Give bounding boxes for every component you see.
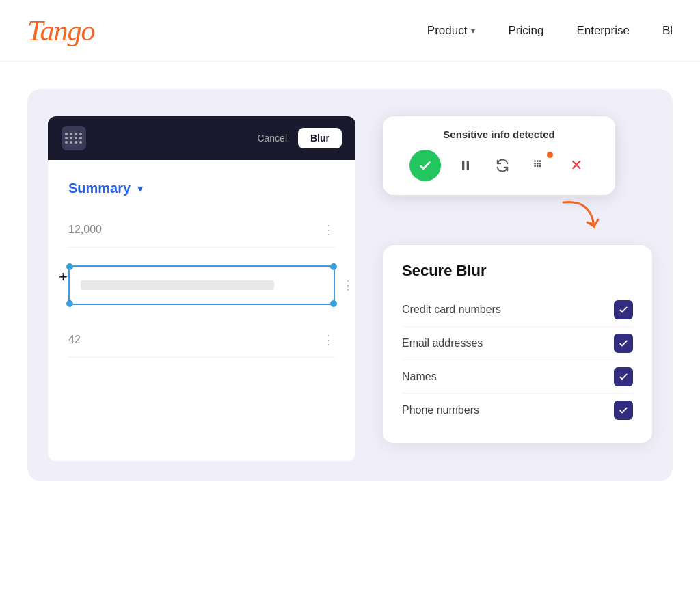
- curved-arrow-icon: [556, 192, 611, 247]
- nav-blog-label: Bl: [662, 24, 673, 38]
- blur-label-email: Email addresses: [402, 337, 483, 349]
- check-icon: [618, 304, 629, 315]
- checkbox-credit-card[interactable]: [614, 300, 633, 319]
- dot: [70, 141, 72, 144]
- main-content: Cancel Blur Summary ▾ 12,000 ⋮ +: [0, 62, 700, 502]
- grid-dots-icon: [532, 158, 547, 173]
- sensitive-actions: ✕: [399, 150, 599, 181]
- toolbar-actions: Cancel Blur: [257, 128, 342, 148]
- blur-item-email: Email addresses: [402, 327, 633, 360]
- svg-point-4: [539, 160, 541, 162]
- dot: [65, 133, 68, 135]
- blur-item-names: Names: [402, 360, 633, 394]
- row-value-1: 12,000: [68, 224, 102, 236]
- nav-item-enterprise[interactable]: Enterprise: [576, 24, 629, 38]
- nav-item-blog[interactable]: Bl: [662, 24, 673, 38]
- nav-item-product[interactable]: Product ▾: [427, 24, 476, 38]
- checkbox-phone[interactable]: [614, 401, 633, 420]
- svg-rect-1: [467, 161, 469, 170]
- dot: [70, 137, 72, 139]
- nav-pricing-label: Pricing: [508, 24, 543, 38]
- sensitive-info-popup: Sensitive info detected: [383, 116, 615, 195]
- left-panel: Cancel Blur Summary ▾ 12,000 ⋮ +: [48, 116, 355, 461]
- summary-header: Summary ▾: [68, 181, 335, 196]
- sensitive-info-title: Sensitive info detected: [399, 129, 599, 140]
- dot: [79, 137, 82, 139]
- summary-title: Summary: [68, 181, 131, 196]
- pause-button[interactable]: [453, 153, 478, 178]
- dots-menu-button[interactable]: [527, 153, 552, 178]
- checkbox-names[interactable]: [614, 367, 633, 386]
- handle-bottom-right[interactable]: [330, 300, 337, 307]
- right-panel: Sensitive info detected: [383, 116, 652, 443]
- dot: [70, 133, 72, 135]
- refresh-button[interactable]: [490, 153, 515, 178]
- svg-point-7: [539, 163, 541, 165]
- arrow-container: [383, 192, 652, 247]
- pause-icon: [459, 159, 472, 172]
- toolbar-bar: Cancel Blur: [48, 116, 355, 160]
- tango-icon: [62, 126, 86, 150]
- refresh-icon: [495, 158, 510, 173]
- dot: [75, 141, 77, 144]
- dot: [65, 141, 68, 144]
- dot: [79, 133, 82, 135]
- site-header: Tango Product ▾ Pricing Enterprise Bl: [0, 0, 700, 62]
- check-icon: [618, 338, 629, 349]
- blur-label-credit-card: Credit card numbers: [402, 304, 501, 316]
- crosshair-icon: +: [59, 268, 68, 286]
- handle-top-right[interactable]: [330, 263, 337, 270]
- dot: [75, 133, 77, 135]
- row-menu-icon-2[interactable]: ⋮: [323, 332, 335, 347]
- blur-label-names: Names: [402, 371, 437, 383]
- svg-point-2: [534, 160, 536, 162]
- nav-item-pricing[interactable]: Pricing: [508, 24, 543, 38]
- secure-blur-card: Secure Blur Credit card numbers Email ad…: [383, 245, 652, 443]
- confirm-button[interactable]: [409, 150, 441, 181]
- demo-container: Cancel Blur Summary ▾ 12,000 ⋮ +: [27, 89, 673, 481]
- nav-enterprise-label: Enterprise: [576, 24, 629, 38]
- svg-point-9: [537, 165, 539, 168]
- close-button[interactable]: ✕: [564, 153, 589, 178]
- svg-point-10: [539, 165, 541, 168]
- app-content: Summary ▾ 12,000 ⋮ + ⋮: [48, 160, 355, 461]
- svg-point-6: [537, 163, 539, 165]
- row-value-2: 42: [68, 334, 81, 346]
- svg-point-8: [534, 165, 536, 168]
- selection-row-menu-icon[interactable]: ⋮: [342, 278, 354, 293]
- check-icon: [618, 405, 629, 416]
- blurred-content: [81, 280, 274, 290]
- main-nav: Product ▾ Pricing Enterprise Bl: [427, 24, 673, 38]
- table-row: 42 ⋮: [68, 323, 335, 358]
- handle-top-left[interactable]: [66, 263, 73, 270]
- handle-bottom-left[interactable]: [66, 300, 73, 307]
- secure-blur-title: Secure Blur: [402, 262, 633, 280]
- svg-point-3: [537, 160, 539, 162]
- blur-button[interactable]: Blur: [298, 128, 342, 148]
- check-icon: [418, 158, 433, 173]
- blur-label-phone: Phone numbers: [402, 404, 479, 416]
- summary-chevron-icon[interactable]: ▾: [137, 182, 143, 195]
- dot: [65, 137, 68, 139]
- svg-rect-0: [462, 161, 464, 170]
- notification-badge: [547, 152, 553, 158]
- row-menu-icon[interactable]: ⋮: [323, 222, 335, 237]
- checkbox-email[interactable]: [614, 334, 633, 353]
- table-row: 12,000 ⋮: [68, 213, 335, 248]
- dot: [79, 141, 82, 144]
- blur-item-credit-card: Credit card numbers: [402, 293, 633, 327]
- chevron-down-icon: ▾: [471, 26, 475, 36]
- selection-area: + ⋮: [68, 258, 335, 312]
- check-icon: [618, 371, 629, 382]
- svg-point-5: [534, 163, 536, 165]
- dot: [75, 137, 77, 139]
- dots-grid-icon: [65, 133, 83, 144]
- nav-product-label: Product: [427, 24, 468, 38]
- logo[interactable]: Tango: [27, 14, 95, 47]
- cancel-button[interactable]: Cancel: [257, 133, 287, 144]
- selection-box[interactable]: ⋮: [68, 265, 335, 305]
- blur-item-phone: Phone numbers: [402, 394, 633, 427]
